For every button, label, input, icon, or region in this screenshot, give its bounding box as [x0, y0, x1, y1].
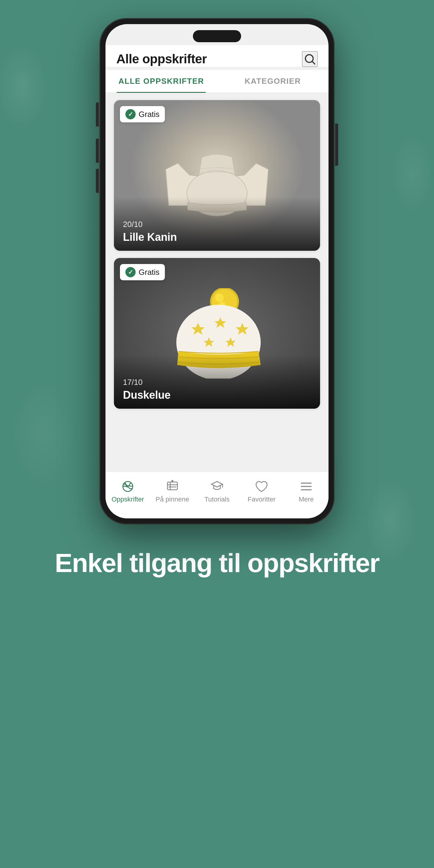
badge-text-2: Gratis — [138, 268, 159, 277]
yarn-icon — [120, 480, 135, 493]
badge-checkmark-icon-2: ✓ — [125, 267, 135, 277]
nav-label-mere: Mere — [299, 495, 314, 503]
gratis-badge-1: ✓ Gratis — [120, 106, 165, 122]
screen-content: Alle oppskrifter ALLE OPPSKRIFTER KATEGO… — [105, 24, 329, 518]
recipe-image-2: 17/10 Duskelue — [114, 258, 320, 409]
recipe-card-2[interactable]: ✓ Gratis — [114, 258, 320, 409]
nav-label-tutorials: Tutorials — [204, 495, 230, 503]
recipe-info-overlay-1: 20/10 Lille Kanin — [123, 220, 177, 244]
nav-item-tutorials[interactable]: Tutorials — [195, 477, 239, 506]
nav-label-favoritter: Favoritter — [248, 495, 276, 503]
search-button[interactable] — [302, 51, 318, 67]
menu-icon — [299, 480, 314, 493]
graduation-icon — [209, 480, 225, 493]
gratis-badge-2: ✓ Gratis — [120, 264, 165, 280]
svg-point-16 — [172, 480, 173, 482]
badge-checkmark-icon: ✓ — [125, 109, 135, 119]
tab-kategorier[interactable]: KATEGORIER — [217, 70, 329, 93]
svg-point-0 — [305, 55, 313, 62]
phone-screen: Alle oppskrifter ALLE OPPSKRIFTER KATEGO… — [105, 24, 329, 518]
phone-mockup: Alle oppskrifter ALLE OPPSKRIFTER KATEGO… — [99, 18, 335, 524]
recipes-list: ✓ Gratis — [105, 93, 329, 472]
nav-label-pa-pinnene: På pinnene — [156, 495, 189, 503]
svg-point-6 — [215, 293, 224, 302]
recipe-name-2: Duskelue — [123, 389, 170, 401]
bottom-text-section: Enkel tilgang til oppskrifter — [31, 549, 403, 578]
headline-text: Enkel tilgang til oppskrifter — [55, 549, 379, 578]
app-header: Alle oppskrifter — [105, 45, 329, 67]
recipe-date-2: 17/10 — [123, 378, 170, 387]
nav-item-pa-pinnene[interactable]: På pinnene — [150, 477, 195, 506]
svg-rect-12 — [167, 482, 178, 490]
phone-shell: Alle oppskrifter ALLE OPPSKRIFTER KATEGO… — [99, 18, 335, 524]
nav-item-favoritter[interactable]: Favoritter — [239, 477, 284, 506]
bottom-navigation: Oppskrifter — [105, 472, 329, 518]
badge-text-1: Gratis — [138, 110, 159, 119]
svg-line-1 — [313, 62, 315, 64]
recipe-card-1[interactable]: ✓ Gratis — [114, 100, 320, 251]
recipe-info-overlay-2: 17/10 Duskelue — [123, 378, 170, 401]
nav-label-oppskrifter: Oppskrifter — [112, 495, 144, 503]
recipe-name-1: Lille Kanin — [123, 231, 177, 244]
recipe-date-1: 20/10 — [123, 220, 177, 229]
tabs-bar: ALLE OPPSKRIFTER KATEGORIER — [105, 70, 329, 93]
app-title: Alle oppskrifter — [116, 52, 207, 66]
recipe-image-1: 20/10 Lille Kanin — [114, 100, 320, 251]
nav-item-mere[interactable]: Mere — [284, 477, 329, 506]
search-icon — [303, 53, 316, 66]
tab-alle-oppskrifter[interactable]: ALLE OPPSKRIFTER — [105, 70, 217, 93]
phone-notch — [193, 30, 241, 42]
heart-icon — [254, 480, 270, 493]
nav-item-oppskrifter[interactable]: Oppskrifter — [105, 477, 150, 506]
needles-icon — [164, 480, 180, 493]
